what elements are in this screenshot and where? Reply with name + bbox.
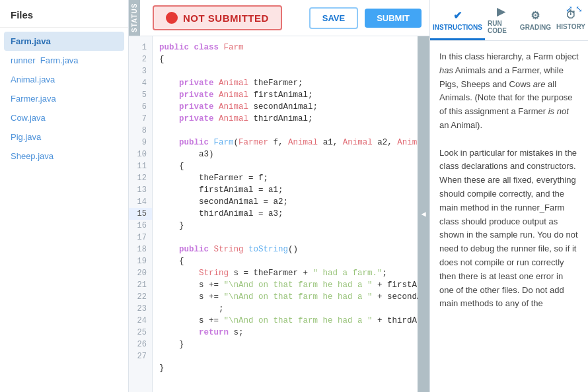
tab-grading[interactable]: ⚙ GRADING — [517, 0, 554, 40]
sidebar-item-cow-java[interactable]: Cow.java — [0, 108, 128, 127]
not-submitted-icon — [166, 12, 178, 24]
save-button[interactable]: SAVE — [309, 7, 358, 29]
not-submitted-badge: NOT SUBMITTED — [153, 5, 282, 30]
grading-icon: ⚙ — [531, 9, 540, 22]
sidebar-item-sheep-java[interactable]: Sheep.java — [0, 147, 128, 166]
sidebar-item-pig-java[interactable]: Pig.java — [0, 127, 128, 147]
tab-history-label: HISTORY — [556, 23, 585, 30]
code-content[interactable]: public class Farm { private Animal theFa… — [153, 36, 418, 392]
editor-area: STATUS NOT SUBMITTED SAVE SUBMIT 1 2 3 4… — [129, 0, 429, 392]
tab-run-code-label: RUN CODE — [488, 20, 515, 34]
expand-icon-1[interactable]: ⤢ — [566, 4, 573, 14]
code-editor[interactable]: 1 2 3 4 5 6 7 8 9 10 11 12 13 14 15 16 1… — [129, 36, 429, 392]
sidebar-item-animal-java[interactable]: Animal.java — [0, 70, 128, 89]
sidebar-item-farm-java[interactable]: Farm.java — [4, 32, 124, 51]
editor-toolbar: STATUS NOT SUBMITTED SAVE SUBMIT — [129, 0, 429, 36]
instructions-icon: ✔ — [453, 9, 462, 22]
collapse-panel-button[interactable]: ◀ — [418, 36, 429, 392]
line-numbers: 1 2 3 4 5 6 7 8 9 10 11 12 13 14 15 16 1… — [129, 36, 153, 392]
run-code-icon: ▶ — [497, 5, 505, 18]
tab-run-code[interactable]: ▶ RUN CODE — [485, 0, 517, 40]
files-title: Files — [0, 0, 128, 28]
tab-grading-label: GRADING — [520, 24, 551, 31]
right-tabs: ✔ INSTRUCTIONS ▶ RUN CODE ⚙ GRADING ⏱ HI… — [430, 0, 588, 41]
status-tab: STATUS — [129, 0, 140, 36]
submit-button[interactable]: SUBMIT — [365, 9, 422, 28]
not-submitted-label: NOT SUBMITTED — [183, 13, 269, 24]
tab-instructions-label: INSTRUCTIONS — [433, 24, 482, 31]
file-list: Farm.java runner Farm.java Animal.java F… — [0, 28, 128, 170]
tab-instructions[interactable]: ✔ INSTRUCTIONS — [430, 0, 485, 40]
right-panel: ⤢ ⤡ ✔ INSTRUCTIONS ▶ RUN CODE ⚙ GRADING … — [429, 0, 588, 392]
expand-icon-2[interactable]: ⤡ — [575, 4, 583, 14]
sidebar-item-farmer-java[interactable]: Farmer.java — [0, 89, 128, 108]
sidebar-item-runner-farm-java[interactable]: runner Farm.java — [0, 51, 128, 70]
sidebar: Files Farm.java runner Farm.java Animal.… — [0, 0, 129, 392]
instructions-content: In this class hierarchy, a Farm object h… — [430, 41, 588, 392]
